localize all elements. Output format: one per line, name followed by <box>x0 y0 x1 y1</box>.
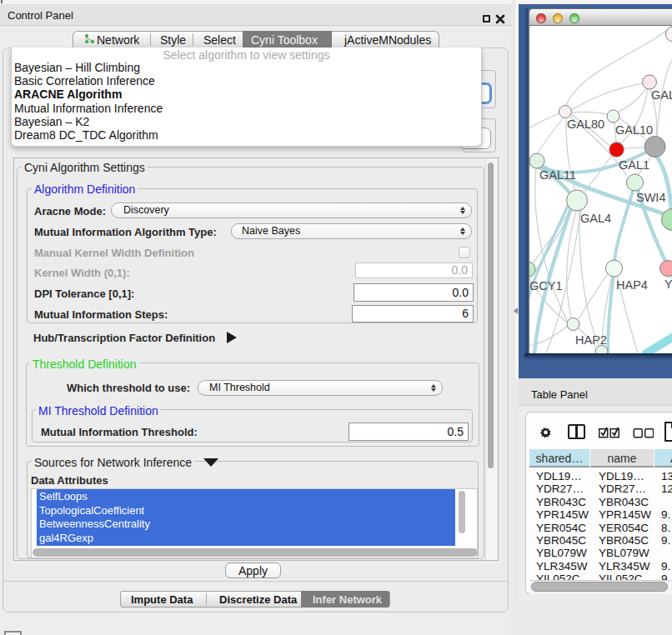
svg-text:GAL10: GAL10 <box>615 123 653 137</box>
svg-text:Y: Y <box>664 278 672 291</box>
svg-text:GAL1: GAL1 <box>619 158 649 172</box>
svg-text:GAL2: GAL2 <box>651 88 672 102</box>
svg-text:HAP2: HAP2 <box>575 333 607 347</box>
svg-text:SWI4: SWI4 <box>636 191 665 204</box>
svg-text:HAP4: HAP4 <box>616 278 648 292</box>
svg-text:GAL11: GAL11 <box>539 168 576 182</box>
svg-text:GAL80: GAL80 <box>567 118 604 131</box>
svg-text:GCY1: GCY1 <box>529 279 563 292</box>
svg-text:GAL4: GAL4 <box>580 212 611 225</box>
